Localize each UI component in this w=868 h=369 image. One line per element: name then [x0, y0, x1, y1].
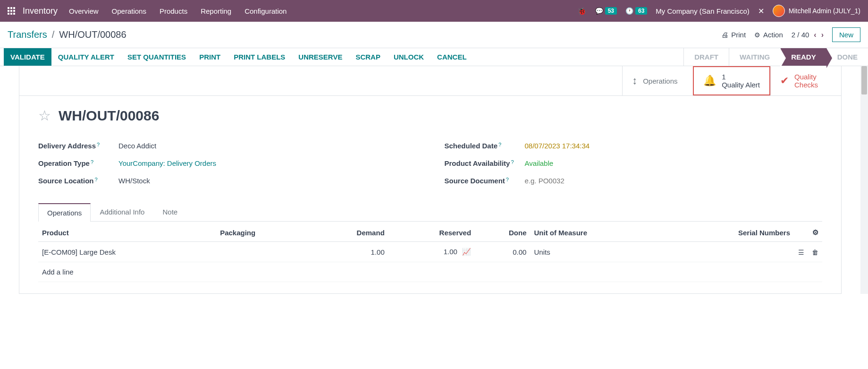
cancel-button[interactable]: CANCEL	[430, 48, 473, 66]
validate-button[interactable]: VALIDATE	[4, 48, 51, 66]
stat-buttons: ↕ Operations 🔔 1 Quality Alert ✔ Quality…	[19, 66, 841, 96]
table-row[interactable]: [E-COM09] Large Desk 1.00 1.00 📈 0.00 Un…	[38, 242, 822, 262]
user-name: Mitchell Admin (JULY_1)	[789, 7, 860, 15]
form-title: WH/OUT/00086	[59, 108, 159, 124]
print-action-button[interactable]: PRINT	[193, 48, 227, 66]
status-done[interactable]: DONE	[826, 48, 868, 66]
source-document-input[interactable]	[525, 177, 619, 185]
cell-reserved[interactable]: 1.00 📈	[388, 242, 475, 262]
activities-button[interactable]: 🕐 63	[625, 7, 647, 15]
column-settings-icon[interactable]: ⚙	[812, 228, 818, 236]
nav-menu: Overview Operations Products Reporting C…	[69, 7, 287, 15]
bell-icon: 🔔	[703, 75, 716, 87]
nav-configuration[interactable]: Configuration	[244, 7, 287, 15]
nav-reporting[interactable]: Reporting	[201, 7, 231, 15]
status-draft[interactable]: DRAFT	[683, 48, 729, 66]
help-icon[interactable]: ?	[498, 142, 501, 147]
breadcrumb: Transfers / WH/OUT/00086	[8, 29, 126, 40]
tools-icon[interactable]: ✕	[758, 7, 764, 16]
operation-type-value[interactable]: YourCompany: Delivery Orders	[118, 159, 216, 167]
help-icon[interactable]: ?	[97, 142, 100, 147]
row-delivery-address: Delivery Address? Deco Addict	[38, 137, 416, 154]
help-icon[interactable]: ?	[506, 177, 509, 182]
unlock-button[interactable]: UNLOCK	[387, 48, 430, 66]
tab-additional-info[interactable]: Additional Info	[91, 203, 153, 221]
apps-icon[interactable]	[8, 7, 15, 15]
product-availability-value: Available	[525, 159, 554, 167]
tab-operations[interactable]: Operations	[38, 203, 91, 222]
tab-note[interactable]: Note	[153, 203, 186, 221]
help-icon[interactable]: ?	[95, 177, 98, 182]
col-product[interactable]: Product	[38, 223, 216, 242]
messages-count: 53	[605, 7, 617, 15]
breadcrumb-parent[interactable]: Transfers	[8, 29, 47, 40]
form-container: ↕ Operations 🔔 1 Quality Alert ✔ Quality…	[19, 66, 842, 294]
row-operation-type: Operation Type? YourCompany: Delivery Or…	[38, 154, 416, 172]
scrollbar-thumb[interactable]	[861, 66, 867, 94]
scrap-button[interactable]: SCRAP	[349, 48, 387, 66]
top-nav: Inventory Overview Operations Products R…	[0, 0, 868, 22]
action-dropdown[interactable]: ⚙ Action	[754, 31, 783, 39]
nav-products[interactable]: Products	[160, 7, 187, 15]
cell-demand[interactable]: 1.00	[311, 242, 388, 262]
clock-icon: 🕐	[625, 7, 633, 15]
pager-next[interactable]: ›	[821, 31, 824, 39]
quality-alert-button[interactable]: QUALITY ALERT	[51, 48, 121, 66]
cell-product[interactable]: [E-COM09] Large Desk	[38, 242, 216, 262]
set-quantities-button[interactable]: SET QUANTITIES	[121, 48, 193, 66]
form-body: ☆ WH/OUT/00086 Delivery Address? Deco Ad…	[19, 96, 841, 293]
pager-text[interactable]: 2 / 40	[792, 31, 809, 39]
printer-icon: 🖨	[721, 31, 728, 39]
list-icon[interactable]: ☰	[798, 249, 804, 256]
check-icon: ✔	[780, 75, 789, 87]
company-selector[interactable]: My Company (San Francisco)	[656, 7, 749, 15]
nav-operations[interactable]: Operations	[112, 7, 146, 15]
stat-operations[interactable]: ↕ Operations	[622, 66, 693, 95]
stat-quality-alert[interactable]: 🔔 1 Quality Alert	[693, 66, 770, 95]
chat-icon: 💬	[595, 7, 603, 15]
add-line[interactable]: Add a line	[38, 262, 822, 282]
unreserve-button[interactable]: UNRESERVE	[292, 48, 349, 66]
status-ready[interactable]: READY	[780, 48, 826, 66]
source-location-value[interactable]: WH/Stock	[118, 177, 150, 185]
col-demand[interactable]: Demand	[311, 223, 388, 242]
col-packaging[interactable]: Packaging	[216, 223, 311, 242]
title-row: ☆ WH/OUT/00086	[38, 107, 822, 124]
cell-done[interactable]: 0.00	[475, 242, 530, 262]
row-source-location: Source Location? WH/Stock	[38, 172, 416, 189]
pager-prev[interactable]: ‹	[814, 31, 816, 39]
status-waiting[interactable]: WAITING	[729, 48, 780, 66]
trash-icon[interactable]: 🗑	[812, 249, 818, 256]
form-grid: Delivery Address? Deco Addict Operation …	[38, 137, 822, 189]
cell-uom[interactable]: Units	[530, 242, 663, 262]
tabs: Operations Additional Info Note	[38, 203, 822, 222]
app-name[interactable]: Inventory	[23, 6, 58, 16]
control-right: 🖨 Print ⚙ Action 2 / 40 ‹ › New	[721, 27, 860, 42]
user-menu[interactable]: Mitchell Admin (JULY_1)	[773, 5, 860, 17]
scheduled-date-value[interactable]: 08/07/2023 17:34:34	[525, 142, 590, 150]
arrows-vertical-icon: ↕	[632, 75, 637, 87]
bug-icon[interactable]: 🐞	[577, 7, 587, 16]
print-labels-button[interactable]: PRINT LABELS	[227, 48, 292, 66]
col-serial[interactable]: Serial Numbers	[663, 223, 794, 242]
help-icon[interactable]: ?	[511, 159, 514, 165]
breadcrumb-current: WH/OUT/00086	[59, 29, 126, 40]
col-uom[interactable]: Unit of Measure	[530, 223, 663, 242]
action-buttons: VALIDATE QUALITY ALERT SET QUANTITIES PR…	[0, 48, 477, 66]
help-icon[interactable]: ?	[91, 159, 93, 165]
cell-packaging[interactable]	[216, 242, 311, 262]
messages-button[interactable]: 💬 53	[595, 7, 617, 15]
activities-count: 63	[635, 7, 647, 15]
delivery-address-value[interactable]: Deco Addict	[118, 142, 156, 150]
print-button[interactable]: 🖨 Print	[721, 31, 746, 39]
new-button[interactable]: New	[832, 27, 860, 42]
forecast-icon[interactable]: 📈	[462, 248, 471, 256]
col-done[interactable]: Done	[475, 223, 530, 242]
col-reserved[interactable]: Reserved	[388, 223, 475, 242]
scrollbar[interactable]	[860, 66, 868, 294]
avatar	[773, 5, 785, 17]
star-icon[interactable]: ☆	[38, 107, 51, 124]
stat-quality-checks[interactable]: ✔ Quality Checks	[770, 66, 841, 95]
nav-overview[interactable]: Overview	[69, 7, 99, 15]
nav-right: 🐞 💬 53 🕐 63 My Company (San Francisco) ✕…	[577, 5, 860, 17]
